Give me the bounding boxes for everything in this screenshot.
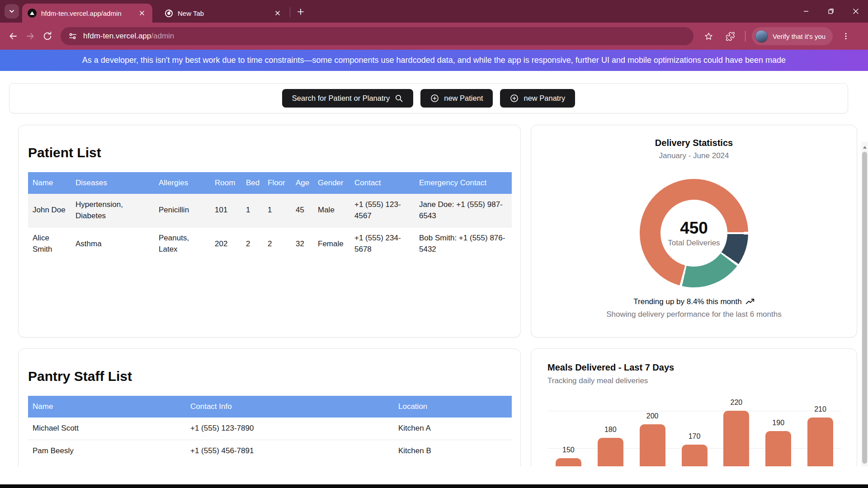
table-cell: Pam Beesly — [28, 440, 187, 462]
bar-value-label: 220 — [718, 399, 755, 407]
avatar — [755, 30, 768, 43]
tab-admin[interactable]: hfdm-ten.vercel.app/admin — [22, 4, 152, 23]
forward-button[interactable] — [22, 28, 39, 45]
profile-chip[interactable]: Verify that it's you — [752, 27, 833, 45]
url-bar[interactable]: hfdm-ten.vercel.app/admin — [61, 27, 693, 45]
tab-title: New Tab — [178, 9, 268, 17]
table-cell: 101 — [211, 194, 242, 227]
table-header-row: NameContact InfoLocation — [28, 396, 512, 418]
column-header: Name — [28, 172, 72, 194]
tab-title: hfdm-ten.vercel.app/admin — [41, 9, 132, 17]
trend-text: Trending up by 8.4% this month — [633, 297, 741, 306]
new-pantry-button[interactable]: new Panatry — [500, 89, 575, 108]
menu-kebab-icon[interactable] — [837, 28, 854, 45]
table-cell: Kitchen A — [395, 418, 512, 440]
extensions-icon[interactable] — [722, 28, 739, 45]
tab-search-button[interactable] — [5, 4, 19, 19]
toolbar-separator — [745, 31, 745, 42]
site-settings-icon[interactable] — [68, 31, 78, 41]
profile-chip-label: Verify that it's you — [773, 33, 826, 40]
scroll-up-arrow[interactable] — [861, 144, 868, 150]
table-cell: 45 — [292, 194, 314, 227]
new-tab-button[interactable] — [295, 6, 307, 18]
bar-value-label: 180 — [592, 426, 628, 434]
table-cell: +1 (555) 456-7891 — [187, 440, 395, 462]
action-bar-card: Search for Patient or Planatry new Patie… — [9, 83, 848, 113]
donut-center: 450 Total Deliveries — [660, 200, 727, 267]
delivery-stats-title: Delivery Statistics — [531, 138, 857, 148]
search-patient-button[interactable]: Search for Patient or Planatry — [282, 89, 413, 108]
tab-close-icon[interactable] — [137, 8, 147, 18]
tab-close-icon[interactable] — [273, 8, 283, 18]
bar — [598, 438, 623, 466]
table-row[interactable]: Pam Beesly+1 (555) 456-7891Kitchen B — [28, 440, 512, 462]
back-button[interactable] — [5, 28, 22, 45]
chevron-down-icon — [9, 8, 15, 14]
table-cell: Hypertension, Diabetes — [72, 194, 155, 227]
trend-line: Trending up by 8.4% this month — [531, 297, 857, 306]
close-button[interactable] — [843, 0, 868, 23]
column-header: Diseases — [72, 172, 155, 194]
table-cell: Jane Doe: +1 (555) 987-6543 — [415, 194, 512, 227]
patient-list-title: Patient List — [28, 145, 520, 160]
bar-value-label: 200 — [634, 412, 670, 420]
meals-chart-card: Meals Delivered - Last 7 Days Tracking d… — [531, 348, 857, 466]
table-cell: Alice Smith — [28, 227, 72, 261]
table-row[interactable]: John DoeHypertension, DiabetesPenicillin… — [28, 194, 512, 227]
dev-notice-banner: As a developer, this isn't my best work … — [0, 50, 868, 71]
dev-notice-text: As a developer, this isn't my best work … — [82, 56, 786, 65]
bar — [682, 445, 708, 466]
pantry-staff-title: Pantry Staff List — [28, 369, 520, 384]
column-header: Age — [292, 172, 314, 194]
column-header: Location — [395, 396, 512, 418]
donut-total-value: 450 — [680, 219, 708, 238]
table-cell: 32 — [292, 227, 314, 261]
table-header-row: NameDiseasesAllergiesRoomBedFloorAgeGend… — [28, 172, 512, 194]
column-header: Floor — [264, 172, 292, 194]
delivery-donut-chart: 450 Total Deliveries — [640, 179, 748, 287]
screen-bottom-edge — [0, 484, 868, 488]
search-icon — [395, 94, 403, 103]
restore-button[interactable] — [818, 0, 843, 23]
column-header: Emergency Contact — [415, 172, 512, 194]
column-header: Room — [211, 172, 242, 194]
column-header: Allergies — [155, 172, 211, 194]
table-cell: Kitchen B — [395, 440, 512, 462]
table-cell: 1 — [242, 194, 264, 227]
vercel-icon — [28, 9, 37, 18]
new-patient-label: new Patient — [444, 94, 483, 103]
url-text: hfdm-ten.vercel.app/admin — [83, 32, 174, 41]
meals-bar-plot: 150180200170220190210 — [547, 349, 841, 466]
browser-toolbar: hfdm-ten.vercel.app/admin Verify that it… — [0, 23, 868, 50]
bar-value-label: 170 — [676, 432, 712, 441]
column-header: Contact Info — [187, 396, 395, 418]
bar — [807, 418, 833, 466]
bookmark-star-icon[interactable] — [700, 28, 717, 45]
tab-new-tab[interactable]: New Tab — [159, 4, 288, 23]
new-patient-button[interactable]: new Patient — [420, 89, 493, 108]
column-header: Contact — [351, 172, 415, 194]
tab-divider — [290, 7, 290, 17]
reload-button[interactable] — [39, 28, 56, 45]
tab-strip: hfdm-ten.vercel.app/admin New Tab — [0, 0, 868, 23]
table-cell: Female — [314, 227, 351, 261]
table-row[interactable]: Alice SmithAsthmaPeanuts, Latex2022232Fe… — [28, 227, 512, 261]
gridline — [547, 411, 841, 411]
table-cell: Penicillin — [155, 194, 211, 227]
scrollbar-thumb[interactable] — [862, 152, 867, 464]
bar-value-label: 190 — [760, 419, 797, 427]
bar — [640, 424, 665, 466]
vertical-scrollbar[interactable] — [861, 142, 868, 466]
new-pantry-label: new Panatry — [524, 94, 565, 103]
column-header: Gender — [314, 172, 351, 194]
table-cell: 2 — [242, 227, 264, 261]
table-row[interactable]: Michael Scott+1 (555) 123-7890Kitchen A — [28, 418, 512, 440]
search-patient-label: Search for Patient or Planatry — [292, 94, 390, 103]
url-host: hfdm-ten.vercel.app — [83, 32, 151, 40]
table-cell: John Doe — [28, 194, 72, 227]
table-cell: Michael Scott — [28, 418, 187, 440]
table-cell: Peanuts, Latex — [155, 227, 211, 261]
column-header: Bed — [242, 172, 264, 194]
minimize-button[interactable] — [793, 0, 818, 23]
window-controls — [793, 0, 868, 23]
